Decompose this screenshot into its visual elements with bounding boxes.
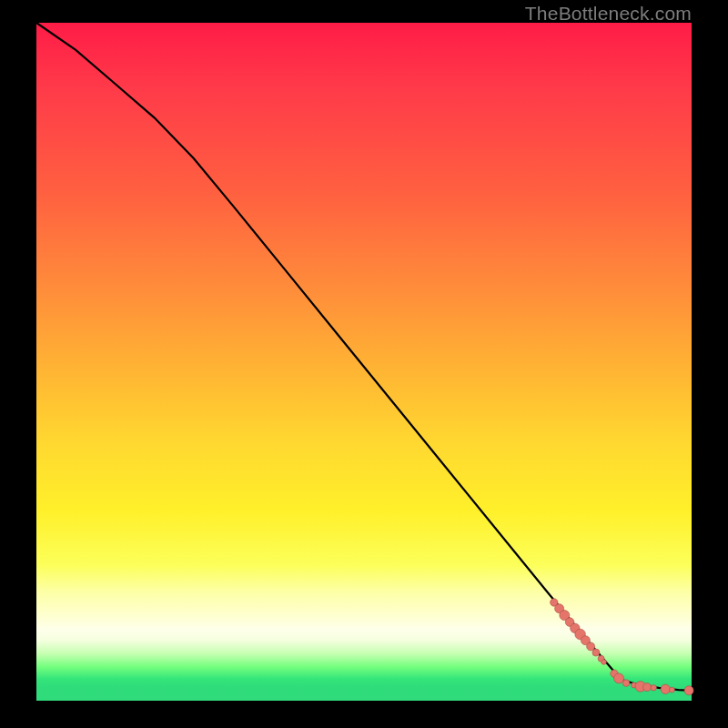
data-point (614, 673, 624, 683)
data-markers (551, 599, 694, 695)
chart-frame: TheBottleneck.com (0, 0, 728, 728)
data-point (587, 642, 595, 651)
plot-area (36, 23, 692, 701)
data-point (669, 687, 674, 693)
data-point (684, 686, 693, 695)
chart-overlay (36, 23, 692, 701)
data-point (592, 649, 600, 656)
data-point (602, 660, 607, 665)
watermark-text: TheBottleneck.com (525, 3, 692, 25)
data-point (651, 685, 656, 691)
data-point (643, 683, 652, 692)
data-point (661, 684, 670, 693)
bottleneck-curve (36, 23, 692, 691)
data-point (622, 680, 630, 687)
